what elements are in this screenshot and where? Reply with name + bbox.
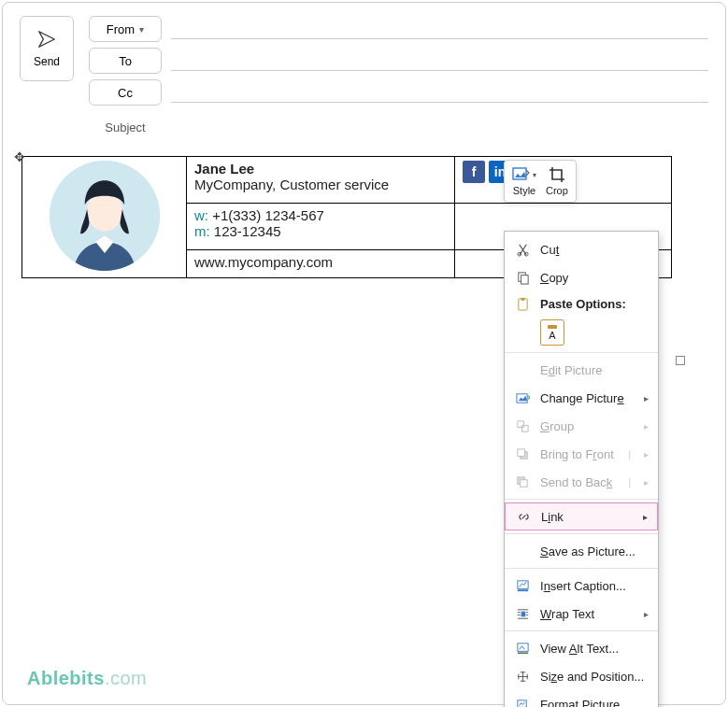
menu-separator bbox=[505, 352, 658, 353]
m-value: 123-12345 bbox=[210, 223, 281, 239]
avatar-cell bbox=[22, 157, 187, 278]
copy-icon bbox=[514, 269, 531, 286]
svg-rect-12 bbox=[517, 448, 524, 456]
from-row: From ▾ bbox=[89, 16, 708, 42]
menu-wrap-text[interactable]: Wrap Text ▸ bbox=[505, 600, 658, 628]
send-icon bbox=[36, 29, 57, 49]
submenu-arrow-icon: ▸ bbox=[644, 609, 649, 619]
paste-a-glyph: A bbox=[549, 331, 555, 341]
send-button[interactable]: Send bbox=[20, 16, 74, 81]
subject-row: Subject bbox=[89, 117, 708, 137]
menu-send-back-label: Send to Back bbox=[540, 475, 619, 489]
avatar-illustration-icon bbox=[50, 161, 160, 271]
paste-options-row: A bbox=[505, 316, 658, 349]
svg-rect-16 bbox=[517, 589, 527, 591]
style-button[interactable]: ▾ Style bbox=[512, 166, 536, 196]
menu-edit-picture: Edit Picture bbox=[505, 356, 658, 384]
send-back-icon bbox=[514, 474, 531, 490]
svg-rect-5 bbox=[521, 275, 528, 283]
chevron-down-icon: ▾ bbox=[139, 24, 144, 35]
paste-icon bbox=[514, 295, 531, 312]
menu-save-as-picture[interactable]: Save as Picture... bbox=[505, 537, 658, 565]
cc-button[interactable]: Cc bbox=[89, 79, 162, 106]
change-picture-icon bbox=[514, 389, 531, 406]
submenu-arrow-icon: ▸ bbox=[643, 512, 648, 522]
context-menu: Cut Copy Paste Options: A Edit Picture C… bbox=[504, 231, 659, 707]
submenu-arrow-icon: ▸ bbox=[644, 421, 649, 431]
header: Send From ▾ To Cc bbox=[3, 3, 725, 143]
website-cell: www.mycompany.com bbox=[187, 249, 455, 277]
alt-text-icon bbox=[514, 640, 531, 657]
menu-save-picture-label: Save as Picture... bbox=[540, 544, 649, 559]
from-label: From bbox=[107, 22, 135, 36]
cc-input[interactable] bbox=[171, 82, 708, 103]
menu-paste-options-label: Paste Options: bbox=[540, 297, 626, 311]
style-label: Style bbox=[513, 185, 535, 196]
size-position-icon bbox=[514, 668, 531, 685]
send-label: Send bbox=[34, 55, 60, 68]
table-move-handle-icon[interactable]: ✥ bbox=[14, 149, 25, 164]
menu-cut[interactable]: Cut bbox=[505, 235, 658, 263]
menu-copy-label: Copy bbox=[540, 271, 649, 285]
menu-change-picture[interactable]: Change Picture ▸ bbox=[505, 384, 658, 412]
menu-link[interactable]: Link ▸ bbox=[505, 502, 658, 530]
crop-button[interactable]: Crop bbox=[546, 166, 568, 196]
crop-icon bbox=[548, 166, 566, 183]
menu-format-picture[interactable]: Format Picture... bbox=[505, 690, 658, 707]
svg-rect-9 bbox=[517, 420, 523, 427]
clipboard-top-icon bbox=[548, 325, 557, 329]
caption-icon bbox=[514, 577, 531, 594]
paste-keep-text-button[interactable]: A bbox=[540, 319, 564, 346]
avatar-image[interactable] bbox=[50, 161, 160, 271]
cc-label: Cc bbox=[118, 86, 133, 100]
group-icon bbox=[514, 417, 531, 434]
link-icon bbox=[515, 508, 532, 525]
watermark-domain: .com bbox=[105, 668, 147, 688]
menu-cut-label: Cut bbox=[540, 243, 649, 257]
menu-separator bbox=[505, 533, 658, 534]
watermark: Ablebits.com bbox=[27, 668, 147, 689]
chevron-down-icon: ▾ bbox=[533, 171, 536, 179]
signature-name: Jane Lee bbox=[194, 161, 447, 177]
facebook-icon[interactable]: f bbox=[463, 161, 485, 183]
cut-icon bbox=[514, 241, 531, 258]
w-prefix: w: bbox=[194, 207, 208, 223]
menu-paste-options-heading: Paste Options: bbox=[505, 291, 658, 316]
cc-row: Cc bbox=[89, 79, 708, 106]
menu-insert-caption[interactable]: Insert Caption... bbox=[505, 572, 658, 600]
m-prefix: m: bbox=[194, 223, 210, 239]
menu-group: Group ▸ bbox=[505, 412, 658, 440]
selection-handle-icon[interactable] bbox=[676, 356, 685, 365]
menu-link-label: Link bbox=[541, 510, 634, 524]
address-fields: From ▾ To Cc Subject bbox=[89, 16, 708, 137]
menu-size-position[interactable]: Size and Position... bbox=[505, 662, 658, 690]
from-button[interactable]: From ▾ bbox=[89, 16, 162, 42]
menu-bring-front-label: Bring to Front bbox=[540, 447, 619, 461]
menu-format-label: Format Picture... bbox=[540, 698, 649, 708]
signature-website: www.mycompany.com bbox=[194, 254, 333, 270]
to-row: To bbox=[89, 48, 708, 74]
menu-separator bbox=[505, 630, 658, 631]
phones-cell: w: +1(333) 1234-567 m: 123-12345 bbox=[187, 203, 455, 249]
menu-view-alt-text[interactable]: View Alt Text... bbox=[505, 634, 658, 662]
crop-label: Crop bbox=[546, 185, 568, 196]
compose-window: Send From ▾ To Cc bbox=[2, 2, 726, 705]
menu-copy[interactable]: Copy bbox=[505, 263, 658, 291]
submenu-arrow-icon: ▸ bbox=[644, 393, 649, 403]
menu-change-picture-label: Change Picture bbox=[540, 391, 635, 405]
subject-input[interactable] bbox=[171, 117, 708, 137]
name-cell: Jane Lee MyCompany, Customer service bbox=[187, 157, 455, 204]
menu-alt-text-label: View Alt Text... bbox=[540, 642, 649, 656]
svg-rect-10 bbox=[521, 425, 528, 431]
menu-separator bbox=[505, 499, 658, 500]
menu-caption-label: Insert Caption... bbox=[540, 579, 649, 593]
to-button[interactable]: To bbox=[89, 48, 162, 74]
from-input[interactable] bbox=[171, 19, 708, 39]
menu-bring-to-front: Bring to Front | ▸ bbox=[505, 440, 658, 468]
bring-front-icon bbox=[514, 445, 531, 462]
submenu-arrow-icon: ▸ bbox=[644, 449, 649, 460]
to-input[interactable] bbox=[171, 50, 708, 71]
menu-group-label: Group bbox=[540, 419, 635, 433]
menu-size-label: Size and Position... bbox=[540, 670, 649, 684]
subject-label: Subject bbox=[89, 120, 162, 134]
